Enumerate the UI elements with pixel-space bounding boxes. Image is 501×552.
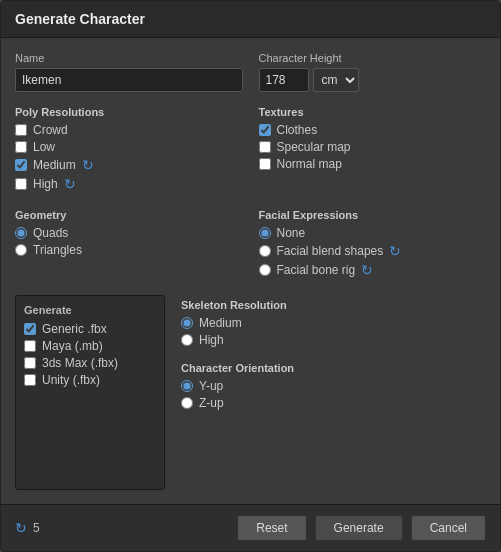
geometry-section: Geometry Quads Triangles: [15, 205, 243, 281]
facial-expressions-label: Facial Expressions: [259, 209, 487, 221]
medium-refresh-icon[interactable]: ↻: [82, 157, 94, 173]
height-row: cm in: [259, 68, 487, 92]
geo-triangles-label[interactable]: Triangles: [33, 243, 82, 257]
facial-none-radio[interactable]: [259, 227, 271, 239]
orientation-section: Character Orientation Y-up Z-up: [181, 358, 486, 413]
high-refresh-icon[interactable]: ↻: [64, 176, 76, 192]
texture-normal-row: Normal map: [259, 157, 487, 171]
texture-normal-label[interactable]: Normal map: [277, 157, 342, 171]
gen-maya-checkbox[interactable]: [24, 340, 36, 352]
gen-fbx-label[interactable]: Generic .fbx: [42, 322, 107, 336]
dialog-footer: ↻ 5 Reset Generate Cancel: [1, 504, 500, 551]
footer-count: 5: [33, 521, 40, 535]
poly-low-checkbox[interactable]: [15, 141, 27, 153]
poly-low-row: Low: [15, 140, 243, 154]
textures-label: Textures: [259, 106, 487, 118]
gen-fbx-checkbox[interactable]: [24, 323, 36, 335]
poly-medium-row: Medium ↻: [15, 157, 243, 173]
poly-section: Poly Resolutions Crowd Low Medium ↻ High: [15, 102, 243, 195]
geo-facial-row: Geometry Quads Triangles Facial Expressi…: [15, 205, 486, 281]
gen-unity-row: Unity (.fbx): [24, 373, 156, 387]
texture-specular-label[interactable]: Specular map: [277, 140, 351, 154]
facial-none-label[interactable]: None: [277, 226, 306, 240]
name-height-row: Name Character Height cm in: [15, 52, 486, 92]
texture-clothes-row: Clothes: [259, 123, 487, 137]
facial-blend-row: Facial blend shapes ↻: [259, 243, 487, 259]
skeleton-label: Skeleton Resolution: [181, 299, 486, 311]
poly-high-checkbox[interactable]: [15, 178, 27, 190]
bottom-section: Generate Generic .fbx Maya (.mb) 3ds Max…: [15, 295, 486, 490]
geo-quads-radio[interactable]: [15, 227, 27, 239]
gen-unity-checkbox[interactable]: [24, 374, 36, 386]
generate-box-title: Generate: [24, 304, 156, 316]
facial-none-row: None: [259, 226, 487, 240]
height-section: Character Height cm in: [259, 52, 487, 92]
texture-clothes-checkbox[interactable]: [259, 124, 271, 136]
texture-clothes-label[interactable]: Clothes: [277, 123, 318, 137]
geo-quads-label[interactable]: Quads: [33, 226, 68, 240]
orientation-yup-label[interactable]: Y-up: [199, 379, 223, 393]
skeleton-medium-radio[interactable]: [181, 317, 193, 329]
skeleton-section: Skeleton Resolution Medium High: [181, 295, 486, 350]
texture-specular-checkbox[interactable]: [259, 141, 271, 153]
name-input[interactable]: [15, 68, 243, 92]
geo-quads-row: Quads: [15, 226, 243, 240]
texture-specular-row: Specular map: [259, 140, 487, 154]
facial-bone-radio[interactable]: [259, 264, 271, 276]
poly-high-label[interactable]: High: [33, 177, 58, 191]
generate-button[interactable]: Generate: [315, 515, 403, 541]
poly-crowd-checkbox[interactable]: [15, 124, 27, 136]
cancel-button[interactable]: Cancel: [411, 515, 486, 541]
geo-triangles-row: Triangles: [15, 243, 243, 257]
poly-crowd-label[interactable]: Crowd: [33, 123, 68, 137]
orientation-zup-row: Z-up: [181, 396, 486, 410]
facial-section: Facial Expressions None Facial blend sha…: [259, 205, 487, 281]
orientation-zup-radio[interactable]: [181, 397, 193, 409]
skeleton-orientation-section: Skeleton Resolution Medium High Characte…: [181, 295, 486, 490]
facial-bone-refresh-icon[interactable]: ↻: [361, 262, 373, 278]
poly-medium-label[interactable]: Medium: [33, 158, 76, 172]
geometry-label: Geometry: [15, 209, 243, 221]
gen-unity-label[interactable]: Unity (.fbx): [42, 373, 100, 387]
skeleton-medium-row: Medium: [181, 316, 486, 330]
gen-3ds-label[interactable]: 3ds Max (.fbx): [42, 356, 118, 370]
footer-left: ↻ 5: [15, 520, 229, 536]
facial-blend-label[interactable]: Facial blend shapes: [277, 244, 384, 258]
skeleton-high-label[interactable]: High: [199, 333, 224, 347]
gen-3ds-checkbox[interactable]: [24, 357, 36, 369]
facial-blend-refresh-icon[interactable]: ↻: [389, 243, 401, 259]
dialog-body: Name Character Height cm in Poly Resolut…: [1, 38, 500, 504]
skeleton-high-radio[interactable]: [181, 334, 193, 346]
poly-textures-row: Poly Resolutions Crowd Low Medium ↻ High: [15, 102, 486, 195]
orientation-zup-label[interactable]: Z-up: [199, 396, 224, 410]
name-label: Name: [15, 52, 243, 64]
texture-normal-checkbox[interactable]: [259, 158, 271, 170]
generate-character-dialog: Generate Character Name Character Height…: [0, 0, 501, 552]
gen-maya-label[interactable]: Maya (.mb): [42, 339, 103, 353]
orientation-yup-radio[interactable]: [181, 380, 193, 392]
height-unit-select[interactable]: cm in: [313, 68, 359, 92]
poly-medium-checkbox[interactable]: [15, 159, 27, 171]
footer-refresh-icon[interactable]: ↻: [15, 520, 27, 536]
dialog-title: Generate Character: [1, 1, 500, 38]
poly-high-row: High ↻: [15, 176, 243, 192]
skeleton-medium-label[interactable]: Medium: [199, 316, 242, 330]
gen-3ds-row: 3ds Max (.fbx): [24, 356, 156, 370]
geo-triangles-radio[interactable]: [15, 244, 27, 256]
skeleton-high-row: High: [181, 333, 486, 347]
facial-bone-row: Facial bone rig ↻: [259, 262, 487, 278]
orientation-yup-row: Y-up: [181, 379, 486, 393]
orientation-label: Character Orientation: [181, 362, 486, 374]
gen-maya-row: Maya (.mb): [24, 339, 156, 353]
height-input[interactable]: [259, 68, 309, 92]
reset-button[interactable]: Reset: [237, 515, 306, 541]
poly-label: Poly Resolutions: [15, 106, 243, 118]
name-section: Name: [15, 52, 243, 92]
poly-crowd-row: Crowd: [15, 123, 243, 137]
textures-section: Textures Clothes Specular map Normal map: [259, 102, 487, 195]
height-label: Character Height: [259, 52, 487, 64]
generate-box: Generate Generic .fbx Maya (.mb) 3ds Max…: [15, 295, 165, 490]
facial-blend-radio[interactable]: [259, 245, 271, 257]
poly-low-label[interactable]: Low: [33, 140, 55, 154]
facial-bone-label[interactable]: Facial bone rig: [277, 263, 356, 277]
